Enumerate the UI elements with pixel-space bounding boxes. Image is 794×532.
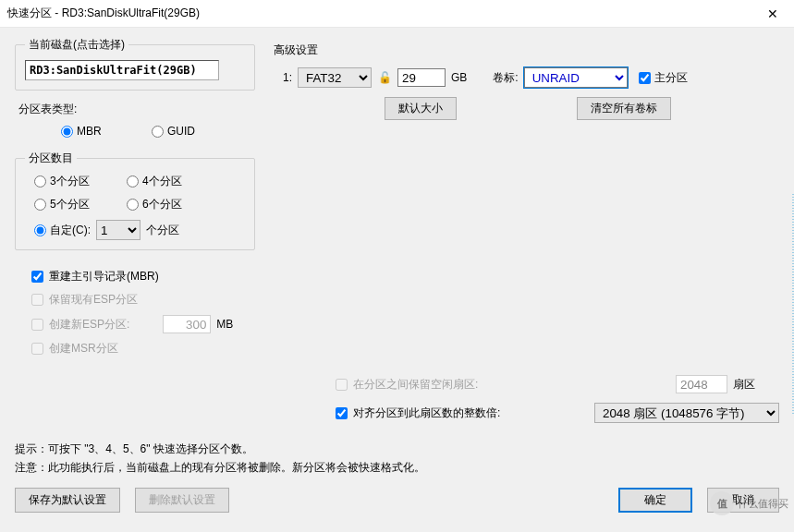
- radio-guid-input[interactable]: [152, 126, 164, 138]
- radio-5parts[interactable]: 5个分区: [34, 197, 127, 212]
- custom-count-select[interactable]: 1: [96, 220, 140, 240]
- filesystem-select[interactable]: FAT32: [298, 67, 372, 88]
- current-disk-group: 当前磁盘(点击选择) RD3:SanDiskUltraFit(29GB): [15, 37, 255, 91]
- custom-suffix: 个分区: [146, 223, 179, 238]
- partition-count-group: 分区数目 3个分区 4个分区 5个分区 6个分区: [15, 151, 255, 250]
- volume-label-text: 卷标:: [493, 70, 518, 86]
- chk-keep-esp: 保留现有ESP分区: [31, 292, 255, 308]
- reserve-gap-label: 在分区之间保留空闲扇区:: [353, 377, 670, 393]
- reserve-unit: 扇区: [733, 377, 779, 393]
- lock-icon[interactable]: 🔓: [377, 71, 392, 84]
- hint-line1: 提示：可按下 "3、4、5、6" 快速选择分区个数。: [15, 440, 779, 458]
- watermark-badge: 值: [710, 491, 734, 515]
- chk-new-esp-row: 创建新ESP分区: MB: [31, 315, 255, 333]
- radio-mbr[interactable]: MBR: [61, 125, 144, 138]
- hint-line2: 注意：此功能执行后，当前磁盘上的现有分区将被删除。新分区将会被快速格式化。: [15, 458, 779, 477]
- partition-table-label: 分区表类型:: [18, 102, 255, 117]
- chk-align[interactable]: [336, 407, 348, 419]
- current-disk-legend: 当前磁盘(点击选择): [25, 37, 128, 53]
- size-unit: GB: [451, 71, 467, 84]
- default-size-button[interactable]: 默认大小: [385, 97, 457, 120]
- radio-6parts[interactable]: 6个分区: [127, 197, 219, 212]
- radio-guid[interactable]: GUID: [152, 125, 235, 138]
- chk-rebuild-mbr[interactable]: 重建主引导记录(MBR): [31, 269, 255, 284]
- current-disk-value[interactable]: RD3:SanDiskUltraFit(29GB): [25, 60, 219, 80]
- watermark-text: 什么值得买: [738, 497, 788, 511]
- esp-size-input: [163, 315, 211, 333]
- partition-count-legend: 分区数目: [25, 151, 77, 166]
- radio-4parts[interactable]: 4个分区: [127, 174, 219, 189]
- radio-custom[interactable]: 自定(C):: [34, 223, 91, 238]
- watermark: 值 什么值得买: [710, 491, 788, 515]
- delete-default-button: 删除默认设置: [135, 488, 229, 513]
- close-button[interactable]: ✕: [751, 0, 794, 28]
- align-label: 对齐分区到此扇区数的整数倍:: [353, 405, 589, 421]
- chk-reserve-gap: [336, 379, 348, 391]
- advanced-title: 高级设置: [274, 42, 779, 58]
- align-select[interactable]: 2048 扇区 (1048576 字节): [594, 403, 779, 423]
- hints-block: 提示：可按下 "3、4、5、6" 快速选择分区个数。 注意：此功能执行后，当前磁…: [15, 440, 779, 477]
- ok-button[interactable]: 确定: [618, 488, 692, 513]
- titlebar: 快速分区 - RD3:SanDiskUltraFit(29GB) ✕: [0, 0, 794, 28]
- chk-primary[interactable]: 主分区: [639, 70, 688, 86]
- reserve-gap-input: [676, 375, 727, 393]
- clear-labels-button[interactable]: 清空所有卷标: [577, 97, 671, 120]
- volume-label-select[interactable]: UNRAID: [524, 67, 628, 88]
- size-input[interactable]: [397, 68, 446, 87]
- window-title: 快速分区 - RD3:SanDiskUltraFit(29GB): [7, 6, 200, 21]
- dialog-content: 当前磁盘(点击选择) RD3:SanDiskUltraFit(29GB) 分区表…: [0, 28, 794, 532]
- radio-mbr-input[interactable]: [61, 126, 73, 138]
- chk-msr: 创建MSR分区: [31, 341, 255, 357]
- radio-3parts[interactable]: 3个分区: [34, 174, 127, 189]
- part-index: 1:: [283, 71, 292, 84]
- save-default-button[interactable]: 保存为默认设置: [15, 488, 120, 513]
